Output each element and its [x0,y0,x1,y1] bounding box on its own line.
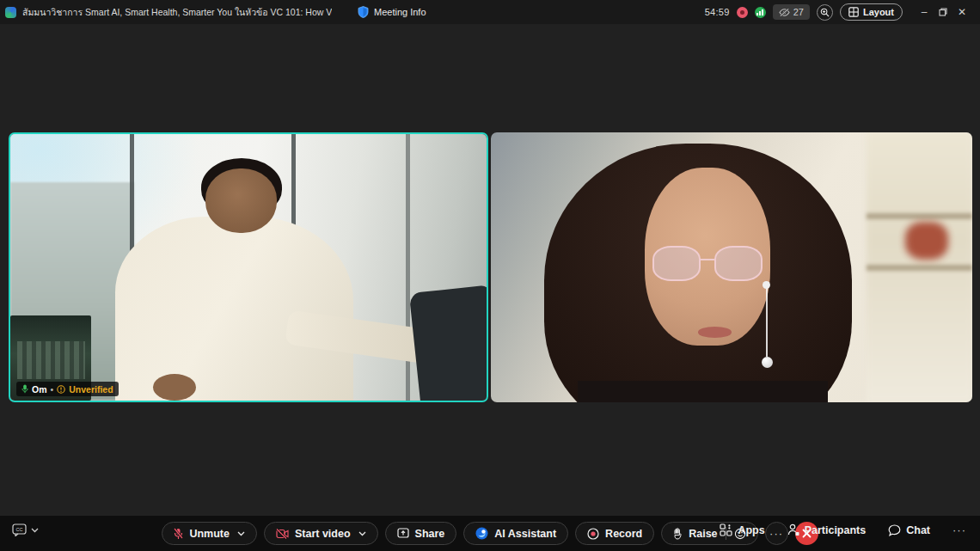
participants-label: Participants [805,524,867,536]
share-screen-icon [397,528,409,539]
video-tile-second-participant[interactable] [491,132,972,402]
title-bar-left: สัมมนาวิชาการ Smart AI, Smart Health, Sm… [0,5,332,20]
chevron-down-icon[interactable] [237,531,245,536]
zoom-in-button[interactable] [817,4,833,21]
office-chair [409,285,488,402]
video-stage: Om • Unverified [0,132,980,402]
layout-label: Layout [863,7,894,17]
share-button[interactable]: Share [385,522,457,545]
participants-icon [787,523,799,536]
ai-assistant-icon [475,527,488,540]
window-controls: – ✕ [915,3,971,21]
layout-button[interactable]: Layout [840,3,903,21]
unmute-label: Unmute [189,528,230,540]
record-label: Record [605,528,642,540]
unmute-button[interactable]: Unmute [162,522,257,545]
unverified-warning-icon [57,385,65,394]
meeting-toolbar: CC Unmute [0,516,980,551]
non-video-participants-pill[interactable]: 27 [773,4,810,20]
eye-off-icon [779,8,790,17]
chat-label: Chat [906,524,930,536]
network-signal-icon [755,7,766,18]
meeting-title: สัมมนาวิชาการ Smart AI, Smart Health, Sm… [22,5,332,20]
record-button[interactable]: Record [575,522,654,545]
meeting-info-label: Meeting Info [374,7,426,17]
apps-label: Apps [738,524,764,536]
zoom-logo-icon [5,7,16,18]
chat-bubble-icon [888,524,901,536]
toolbar-right: Apps Participants Chat ··· [720,523,966,536]
apps-button[interactable]: Apps [720,523,764,536]
chevron-down-icon[interactable] [358,531,366,536]
eyeglasses [652,246,763,281]
apps-grid-icon [720,523,732,536]
meeting-timer: 54:59 [705,7,730,17]
zoom-meeting-window: สัมมนาวิชาการ Smart AI, Smart Health, Sm… [0,0,980,551]
video-off-icon [276,529,289,539]
participant-body [115,217,353,402]
video-tile-om[interactable]: Om • Unverified [9,132,488,402]
title-bar-right: 54:59 27 [705,3,980,21]
participant-name: Om [32,384,47,395]
record-icon [587,528,599,540]
minimize-button[interactable]: – [915,3,934,21]
layout-grid-icon [848,7,859,17]
toolbar-overflow-button[interactable]: ··· [952,523,966,536]
title-bar: สัมมนาวิชาการ Smart AI, Smart Health, Sm… [0,0,980,24]
close-button[interactable]: ✕ [952,3,971,21]
verification-badge: Unverified [69,384,113,395]
start-video-button[interactable]: Start video [264,522,378,545]
raise-hand-icon [673,528,683,540]
video-feed-second-participant [491,132,972,402]
raise-label: Raise [689,528,717,540]
start-video-label: Start video [295,528,351,540]
maximize-button[interactable] [934,3,952,21]
chat-button[interactable]: Chat [888,524,930,536]
video-feed-om [10,134,487,401]
participant-face [205,168,277,232]
participants-button[interactable]: Participants [787,523,867,536]
ai-assistant-label: AI Assistant [494,528,556,540]
shield-icon [358,6,369,18]
participant-name-label: Om • Unverified [16,382,119,396]
share-label: Share [415,528,445,540]
magnifier-plus-icon [820,8,830,17]
mic-active-icon [21,384,28,394]
hidden-participants-count: 27 [793,7,804,17]
mic-muted-icon [174,528,183,540]
recording-indicator-icon [737,7,748,18]
restore-icon [939,8,947,16]
meeting-info-button[interactable]: Meeting Info [358,6,426,18]
ai-assistant-button[interactable]: AI Assistant [463,522,568,545]
